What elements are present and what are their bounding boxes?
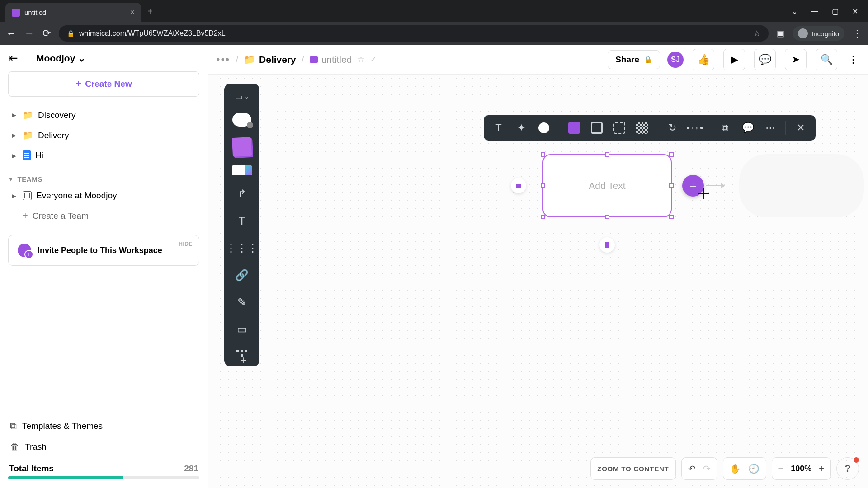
caret-down-icon[interactable]: ⌄	[792, 7, 797, 16]
close-toolbar-button[interactable]: ✕	[791, 118, 810, 137]
align-button[interactable]: •↔•	[685, 118, 704, 137]
sync-status-icon[interactable]: ✓	[370, 55, 377, 64]
bottom-bar: ZOOM TO CONTENT ↶ ↷ ✋ 🕘 − 100% + ?	[590, 457, 859, 480]
fill-dashed-button[interactable]	[610, 118, 629, 137]
resize-handle-tr[interactable]	[669, 152, 674, 157]
resize-handle-br[interactable]	[669, 215, 674, 219]
shape-tool[interactable]	[229, 107, 255, 132]
sidebar-item-discovery[interactable]: ▶ 📁 Discovery	[8, 105, 199, 125]
resize-handle-bm[interactable]	[605, 215, 609, 219]
present-button[interactable]: ▶	[723, 49, 745, 70]
connector-handle-bottom[interactable]	[599, 237, 615, 253]
breadcrumb-doc[interactable]: untitled	[310, 54, 352, 65]
browser-tab[interactable]: untitled ×	[5, 3, 141, 22]
thumbs-up-button[interactable]: 👍	[693, 49, 714, 70]
chevron-right-icon[interactable]: ▶	[12, 192, 18, 199]
sidebar-item-hi[interactable]: ▶ Hi	[8, 145, 199, 165]
avatar[interactable]: SJ	[667, 52, 684, 68]
history-button[interactable]: 🕘	[748, 463, 760, 474]
resize-handle-bl[interactable]	[541, 215, 545, 219]
shape-placeholder-text[interactable]: Add Text	[589, 180, 625, 191]
templates-link[interactable]: ⧉ Templates & Themes	[8, 416, 199, 436]
chevron-right-icon[interactable]: ▶	[12, 152, 18, 159]
zoom-to-content-button[interactable]: ZOOM TO CONTENT	[590, 457, 675, 480]
add-connected-shape-button[interactable]: +	[682, 175, 704, 197]
send-button[interactable]: ➤	[785, 49, 807, 70]
text-style-button[interactable]: T	[489, 118, 508, 137]
breadcrumb-more-button[interactable]: •••	[216, 53, 230, 66]
incognito-badge[interactable]: Incognito	[793, 26, 844, 41]
minimize-icon[interactable]: —	[811, 7, 818, 16]
more-options-button[interactable]: ⋯	[761, 118, 780, 137]
favorite-button[interactable]: ☆	[357, 54, 365, 65]
help-button[interactable]: ?	[836, 457, 859, 480]
redo-button[interactable]: ↷	[703, 463, 711, 474]
color-picker-button[interactable]	[534, 118, 553, 137]
chevron-right-icon[interactable]: ▶	[12, 112, 18, 118]
comment-button[interactable]: 💬	[738, 118, 757, 137]
board-type-selector[interactable]: ▭ ⌄	[229, 88, 255, 105]
chevron-right-icon[interactable]: ▶	[12, 132, 18, 139]
bookmark-icon[interactable]: ☆	[753, 28, 760, 38]
back-button[interactable]: ←	[6, 28, 16, 39]
pan-button[interactable]: ✋	[730, 463, 741, 474]
separator	[710, 121, 710, 135]
maximize-icon[interactable]: ▢	[832, 7, 839, 16]
more-tools[interactable]: +	[229, 344, 255, 362]
shape-picker-button[interactable]: ✦	[512, 118, 531, 137]
rotate-button[interactable]: ↻	[663, 118, 682, 137]
resize-handle-tm[interactable]	[605, 152, 609, 157]
workspace-switcher[interactable]: Moodjoy ⌄	[36, 53, 86, 64]
reload-button[interactable]: ⟳	[42, 28, 51, 39]
selected-shape[interactable]: Add Text +	[542, 154, 672, 217]
zoom-level[interactable]: 100%	[791, 464, 811, 474]
zoom-in-button[interactable]: +	[819, 464, 824, 474]
close-tab-icon[interactable]: ×	[130, 8, 135, 17]
fill-outline-button[interactable]	[587, 118, 606, 137]
breadcrumb-folder[interactable]: 📁 Delivery	[244, 54, 296, 65]
zoom-out-button[interactable]: −	[778, 464, 784, 474]
close-window-icon[interactable]: ✕	[852, 7, 858, 16]
grid-tool[interactable]: ⋮⋮⋮	[229, 235, 255, 261]
link-tool[interactable]: 🔗	[229, 263, 255, 288]
resize-handle-ml[interactable]	[541, 183, 545, 188]
fill-solid-button[interactable]	[565, 118, 584, 137]
connector-tool[interactable]: ↱	[229, 181, 255, 206]
template-tool[interactable]	[229, 161, 255, 179]
invite-text[interactable]: Invite People to This Workspace	[38, 245, 162, 256]
create-team-button[interactable]: + Create a Team	[8, 206, 199, 226]
share-button[interactable]: Share 🔒	[608, 50, 660, 69]
new-tab-button[interactable]: +	[147, 6, 153, 17]
undo-button[interactable]: ↶	[688, 463, 696, 474]
duplicate-button[interactable]: ⧉	[716, 118, 735, 137]
lock-icon: 🔒	[67, 30, 75, 37]
breadcrumb-folder-label: Delivery	[259, 54, 296, 65]
fill-pattern-button[interactable]	[632, 118, 651, 137]
sidebar-item-delivery[interactable]: ▶ 📁 Delivery	[8, 125, 199, 145]
browser-menu-button[interactable]: ⋮	[853, 28, 862, 39]
connector-icon	[516, 184, 521, 188]
team-everyone[interactable]: ▶ Everyone at Moodjoy	[8, 186, 199, 206]
window-controls: ⌄ — ▢ ✕	[792, 7, 868, 16]
text-tool[interactable]: T	[229, 208, 255, 234]
collapse-sidebar-button[interactable]: ⇤	[8, 51, 18, 65]
canvas[interactable]: ▭ ⌄ ↱ T ⋮⋮⋮ 🔗 ✎ ▭ + T ✦	[208, 75, 868, 488]
extensions-icon[interactable]: ▣	[777, 28, 784, 38]
sticky-note-tool[interactable]	[229, 134, 255, 160]
frame-tool[interactable]: ▭	[229, 317, 255, 342]
forward-button[interactable]: →	[24, 28, 34, 39]
chevron-down-icon[interactable]: ▼	[8, 176, 14, 183]
create-new-button[interactable]: + Create New	[8, 71, 199, 97]
resize-handle-mr[interactable]	[669, 183, 674, 188]
comments-button[interactable]: 💬	[754, 49, 776, 70]
hide-invite-button[interactable]: HIDE	[179, 241, 193, 247]
app-menu-button[interactable]: ⋮	[846, 49, 860, 70]
pencil-tool[interactable]: ✎	[229, 290, 255, 315]
zoom-controls: − 100% +	[772, 457, 831, 480]
url-bar[interactable]: 🔒 whimsical.com/WTpU65WZAtXeZ3LBv5D2xL ☆	[59, 25, 769, 42]
search-button[interactable]: 🔍	[816, 49, 837, 70]
sidebar-item-label: Delivery	[38, 131, 69, 141]
connector-handle-left[interactable]	[511, 178, 526, 193]
trash-link[interactable]: 🗑 Trash	[8, 436, 199, 457]
resize-handle-tl[interactable]	[541, 152, 545, 157]
